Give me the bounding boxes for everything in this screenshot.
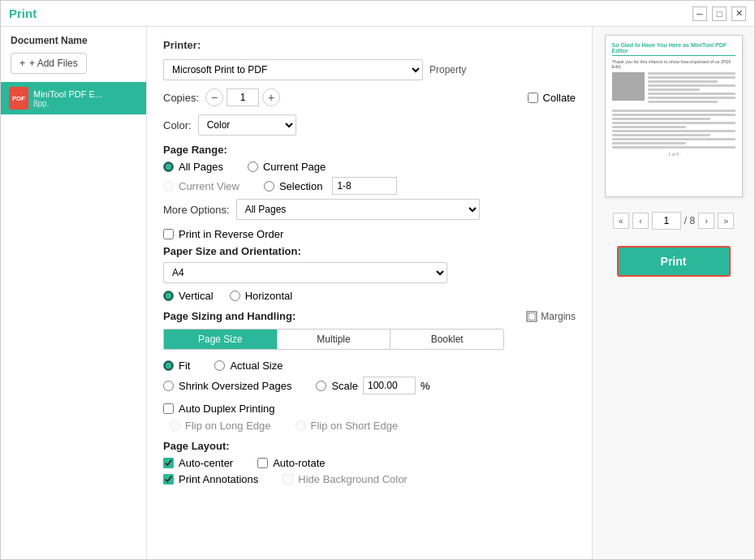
nav-last-button[interactable]: » [718, 213, 734, 229]
flip-short-radio[interactable] [296, 420, 306, 431]
flip-short-row: Flip on Short Edge [296, 420, 399, 432]
add-files-button[interactable]: + + Add Files [11, 53, 87, 74]
shrink-row: Shrink Oversized Pages [163, 380, 291, 392]
flip-row: Flip on Long Edge Flip on Short Edge [163, 420, 576, 432]
printer-select-row: Microsoft Print to PDF Property [163, 59, 576, 80]
auto-center-label: Auto-center [179, 457, 233, 469]
copies-input[interactable] [226, 88, 259, 106]
all-pages-row: All Pages [163, 161, 223, 173]
plus-icon: + [19, 58, 25, 69]
flip-long-label: Flip on Long Edge [185, 420, 271, 432]
current-view-label: Current View [179, 180, 239, 192]
preview-line [612, 118, 711, 120]
page-sizing-tabs: Page Size Multiple Booklet [163, 329, 504, 350]
actual-size-label: Actual Size [230, 360, 283, 372]
add-files-label: + Add Files [29, 58, 78, 69]
vertical-radio[interactable] [163, 291, 174, 301]
scale-input[interactable] [363, 377, 416, 394]
color-select[interactable]: Color Black and White Grayscale [198, 114, 296, 136]
tab-multiple[interactable]: Multiple [278, 330, 391, 349]
print-reverse-label: Print in Reverse Order [179, 228, 283, 240]
orientation-row: Vertical Horizontal [163, 290, 576, 302]
margins-icon [526, 311, 537, 322]
more-options-select[interactable]: All Pages Odd Pages Even Pages [236, 199, 480, 220]
paper-size-select[interactable]: A4 Letter Legal A3 [163, 262, 447, 283]
file-item[interactable]: PDF MiniTool PDF E... 8pp. [1, 82, 146, 114]
copies-minus-button[interactable]: − [205, 88, 223, 106]
copies-label: Copies: [163, 92, 199, 104]
selection-radio[interactable] [264, 181, 274, 192]
paper-size-label: Paper Size and Orientation: [163, 245, 576, 257]
flip-long-row: Flip on Long Edge [170, 420, 271, 432]
print-button[interactable]: Print [617, 246, 731, 277]
preview-line [648, 101, 718, 103]
page-sizing-label: Page Sizing and Handling: [163, 310, 296, 322]
layout-row1: Auto-center Auto-rotate [163, 457, 576, 469]
preview-rows [612, 110, 736, 149]
more-options-row: More Options: All Pages Odd Pages Even P… [163, 199, 576, 220]
horizontal-radio[interactable] [230, 291, 240, 301]
auto-duplex-checkbox[interactable] [163, 403, 174, 414]
selection-input[interactable] [332, 177, 397, 195]
preview-lines [648, 72, 736, 105]
flip-long-radio[interactable] [170, 420, 180, 431]
minimize-button[interactable]: ─ [692, 6, 707, 21]
preview-line [648, 72, 736, 75]
nav-prev-button[interactable]: ‹ [632, 213, 649, 229]
copies-plus-button[interactable]: + [262, 88, 280, 106]
tab-page-size[interactable]: Page Size [164, 330, 278, 349]
color-row: Color: Color Black and White Grayscale [163, 114, 576, 136]
hide-bg-label: Hide Background Color [298, 473, 407, 485]
page-layout-section: Page Layout: Auto-center Auto-rotate Pri… [163, 440, 576, 485]
printer-row: Printer: [163, 39, 576, 51]
shrink-radio[interactable] [163, 381, 174, 391]
file-pages: 8pp. [33, 99, 138, 108]
flip-short-label: Flip on Short Edge [311, 420, 399, 432]
current-view-radio[interactable] [163, 181, 174, 192]
preview-line [612, 130, 736, 132]
actual-size-radio[interactable] [214, 360, 225, 371]
content-area: Document Name + + Add Files PDF MiniTool… [1, 27, 754, 559]
print-reverse-checkbox[interactable] [163, 229, 174, 239]
preview-subtitle: Thank you for this chance to show how im… [612, 59, 736, 69]
print-annotations-row: Print Annotations [163, 473, 258, 485]
collate-checkbox[interactable] [528, 93, 538, 103]
vertical-label: Vertical [179, 290, 214, 302]
duplex-section: Auto Duplex Printing Flip on Long Edge F… [163, 403, 576, 432]
current-page-radio[interactable] [248, 162, 258, 172]
auto-center-checkbox[interactable] [163, 458, 174, 468]
scale-radio[interactable] [316, 381, 326, 391]
layout-row2: Print Annotations Hide Background Color [163, 473, 576, 485]
hide-bg-checkbox[interactable] [283, 474, 293, 485]
margins-link[interactable]: Margins [526, 311, 576, 322]
collate-label: Collate [543, 92, 576, 104]
close-button[interactable]: ✕ [731, 6, 746, 21]
all-pages-radio[interactable] [163, 162, 174, 172]
printer-select[interactable]: Microsoft Print to PDF [163, 59, 423, 80]
preview-line [648, 76, 736, 79]
maximize-button[interactable]: □ [712, 6, 727, 21]
preview-panel: So Glad to Have You Here as MiniTool PDF… [592, 27, 754, 559]
printer-label: Printer: [163, 39, 201, 51]
fit-radio[interactable] [163, 360, 174, 371]
preview-line [648, 88, 701, 91]
preview-page-input[interactable] [652, 212, 681, 230]
print-annotations-label: Print Annotations [179, 473, 258, 485]
preview-line [612, 122, 736, 124]
preview-footer: - 1 of 8 - [612, 152, 736, 157]
preview-line [648, 84, 736, 87]
property-link[interactable]: Property [429, 64, 466, 75]
fit-label: Fit [179, 360, 190, 372]
preview-nav: « ‹ / 8 › » [613, 212, 734, 230]
auto-rotate-checkbox[interactable] [257, 458, 268, 468]
nav-first-button[interactable]: « [613, 213, 629, 229]
collate-section: Collate [528, 92, 576, 104]
shrink-scale-row: Shrink Oversized Pages Scale % [163, 377, 576, 394]
auto-duplex-label: Auto Duplex Printing [179, 403, 275, 415]
tab-booklet[interactable]: Booklet [390, 330, 503, 349]
nav-next-button[interactable]: › [698, 213, 714, 229]
copies-row: Copies: − + Collate [163, 88, 576, 106]
current-view-row: Current View [163, 180, 239, 192]
scale-row: Scale % [316, 377, 429, 394]
print-annotations-checkbox[interactable] [163, 474, 174, 485]
